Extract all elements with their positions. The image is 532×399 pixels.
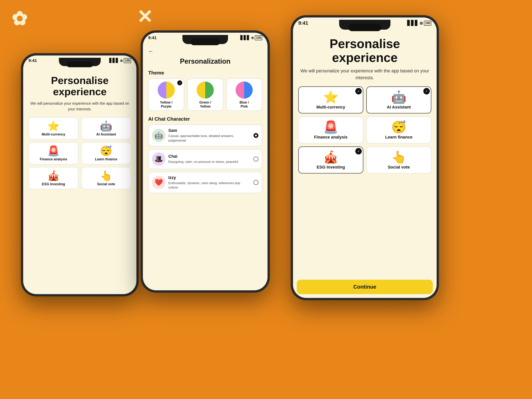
phone-left-screen: 9:41 ▋▋▋ ⌾ 100 Personalise experience We…	[23, 56, 136, 294]
interest-label-r-esg: ESG Investing	[317, 165, 345, 170]
interest-wrap-1: 🤖 AI Assistant	[81, 117, 131, 139]
phone-left-status-right: ▋▋▋ ⌾ 100	[109, 58, 131, 63]
interest-card-esg[interactable]: 🎪 ESG Investing	[28, 167, 78, 189]
character-card-chai[interactable]: 🎩 Chai Easygoing, calm, no pressure or s…	[148, 149, 262, 169]
character-radio-chai	[253, 157, 258, 162]
interest-card-multicurrency[interactable]: ⭐ Multi-currency	[28, 117, 78, 139]
phone-mid-status-right: ▋▋▋ ⌾ 100	[240, 35, 262, 40]
phone-mid-notch	[182, 35, 228, 44]
interest-wrap-r4: ✓ 🎪 ESG Investing	[298, 146, 363, 173]
interest-card-r-esg[interactable]: ✓ 🎪 ESG Investing	[298, 146, 363, 173]
phone-left: 9:41 ▋▋▋ ⌾ 100 Personalise experience We…	[21, 53, 139, 296]
phone-left-wifi: ⌾	[120, 58, 123, 63]
phone-left-time: 9:41	[28, 58, 37, 63]
phone-mid-content: ← Personalization Theme ✓ Yellow /Purple…	[143, 46, 267, 290]
theme-card-bp[interactable]: Blue /Pink	[226, 78, 262, 111]
interest-card-r-finance[interactable]: 🚨 Finance analysis	[298, 116, 363, 143]
phones-wrapper: 9:41 ▋▋▋ ⌾ 100 Personalise experience We…	[10, 15, 522, 391]
interest-wrap-5: 👆 Social vote	[81, 167, 131, 189]
phone-left-notch	[59, 58, 101, 66]
phone-mid-signal: ▋▋▋	[240, 35, 250, 40]
interest-emoji-esg: 🎪	[47, 171, 60, 181]
interest-wrap-r3: 😴 Learn finance	[366, 116, 431, 143]
phone-right-camera	[348, 24, 381, 31]
interest-label-finance: Finance analysis	[40, 157, 67, 161]
interest-label-multicurrency: Multi-currency	[42, 133, 65, 136]
interest-card-learn[interactable]: 😴 Learn finance	[81, 142, 131, 164]
phone-right-interests-grid: ✓ ⭐ Multi-currency ✓ 🤖 AI Assistant	[298, 86, 431, 173]
interest-card-social[interactable]: 👆 Social vote	[81, 167, 131, 189]
phone-right-title: Personalise experience	[330, 37, 400, 64]
theme-section-label: Theme	[148, 70, 262, 76]
phone-mid-camera	[190, 38, 220, 45]
interest-wrap-r0: ✓ ⭐ Multi-currency	[298, 86, 363, 114]
character-avatar-chai: 🎩	[152, 152, 165, 166]
interest-label-r-finance: Finance analysis	[314, 135, 348, 140]
interest-emoji-learn: 😴	[100, 146, 112, 156]
theme-card-yp[interactable]: ✓ Yellow /Purple	[148, 78, 184, 111]
theme-label-gy: Green /Yellow	[199, 101, 211, 108]
phone-right-wifi: ⌾	[420, 20, 423, 26]
phone-right-subtitle: We will personalize your experience with…	[298, 67, 431, 81]
interest-wrap-r2: 🚨 Finance analysis	[298, 116, 363, 143]
phone-left-camera	[66, 61, 93, 67]
interest-emoji-ai: 🤖	[100, 121, 112, 131]
character-name-sam: Sam	[168, 128, 250, 133]
phone-mid-time: 9:41	[148, 35, 157, 40]
phone-mid-wifi: ⌾	[251, 35, 254, 40]
phone-right-time: 9:41	[298, 20, 308, 26]
phone-mid: 9:41 ▋▋▋ ⌾ 100 ← Personalization Theme ✓	[141, 30, 270, 293]
character-info-chai: Chai Easygoing, calm, no pressure or str…	[168, 154, 250, 164]
character-card-izzy[interactable]: ❤️ Izzy Enthusiastic, dynamic, uses slan…	[148, 172, 262, 193]
theme-check-yp: ✓	[177, 80, 182, 85]
interest-card-finance[interactable]: 🚨 Finance analysis	[28, 142, 78, 164]
phone-mid-battery: 100	[255, 35, 262, 40]
interest-card-r-learn[interactable]: 😴 Learn finance	[366, 116, 431, 143]
back-button[interactable]: ←	[148, 48, 262, 54]
interest-card-ai[interactable]: 🤖 AI Assistant	[81, 117, 131, 139]
theme-card-gy[interactable]: Green /Yellow	[187, 78, 223, 111]
theme-label-yp: Yellow /Purple	[160, 101, 172, 108]
interest-emoji-r-learn: 😴	[391, 121, 406, 133]
interest-label-r-ai: AI Assistant	[387, 105, 411, 110]
interest-label-social: Social vote	[97, 182, 115, 186]
interest-emoji-r-finance: 🚨	[323, 121, 338, 133]
interest-wrap-0: ⭐ Multi-currency	[28, 117, 78, 139]
interest-card-r-social[interactable]: 👆 Social vote	[366, 146, 431, 173]
interest-emoji-r-ai: 🤖	[391, 91, 406, 103]
phone-mid-screen: 9:41 ▋▋▋ ⌾ 100 ← Personalization Theme ✓	[143, 33, 267, 290]
phone-right: 9:41 ▋▋▋ ⌾ 100 Personalise experience We…	[291, 15, 439, 300]
continue-button[interactable]: Continue	[297, 280, 433, 294]
character-radio-izzy	[253, 180, 258, 185]
theme-row: ✓ Yellow /Purple Green /Yellow Blue /Pin…	[148, 78, 262, 111]
character-info-izzy: Izzy Enthusiastic, dynamic, uses slang, …	[168, 175, 250, 190]
check-r-esg: ✓	[355, 148, 362, 154]
phone-right-battery: 100	[424, 21, 431, 26]
phone-right-status-right: ▋▋▋ ⌾ 100	[407, 20, 431, 26]
check-r-multicurrency: ✓	[355, 88, 362, 95]
theme-circle-bp	[236, 82, 253, 99]
interest-emoji-finance: 🚨	[47, 146, 60, 156]
interest-emoji-social: 👆	[100, 171, 112, 181]
theme-circle-gy	[197, 82, 214, 99]
check-r-ai: ✓	[423, 88, 430, 95]
phone-left-content: Personalise experience We will personali…	[23, 69, 136, 294]
interest-emoji-r-social: 👆	[391, 151, 406, 163]
personalization-title: Personalization	[148, 57, 262, 65]
character-card-sam[interactable]: 🤖 Sam Casual, approachable tone, detaile…	[148, 125, 262, 146]
interest-label-esg: ESG Investing	[42, 182, 65, 186]
interest-card-r-multicurrency[interactable]: ✓ ⭐ Multi-currency	[298, 86, 363, 114]
character-radio-sam	[253, 133, 258, 138]
phone-right-notch	[339, 20, 390, 30]
phone-right-screen: 9:41 ▋▋▋ ⌾ 100 Personalise experience We…	[293, 18, 437, 298]
character-desc-chai: Easygoing, calm, no pressure or stress, …	[168, 160, 250, 164]
phone-left-subtitle: We will personalize your experience with…	[28, 101, 131, 112]
interest-wrap-r5: 👆 Social vote	[366, 146, 431, 173]
interest-label-learn: Learn finance	[95, 157, 117, 161]
interest-emoji-r-multicurrency: ⭐	[323, 91, 338, 103]
character-name-izzy: Izzy	[168, 175, 250, 180]
interest-label-ai: AI Assistant	[96, 133, 116, 136]
theme-circle-yp	[158, 82, 175, 99]
character-section-label: AI Chat Character	[148, 116, 262, 122]
interest-card-r-ai[interactable]: ✓ 🤖 AI Assistant	[366, 86, 431, 114]
